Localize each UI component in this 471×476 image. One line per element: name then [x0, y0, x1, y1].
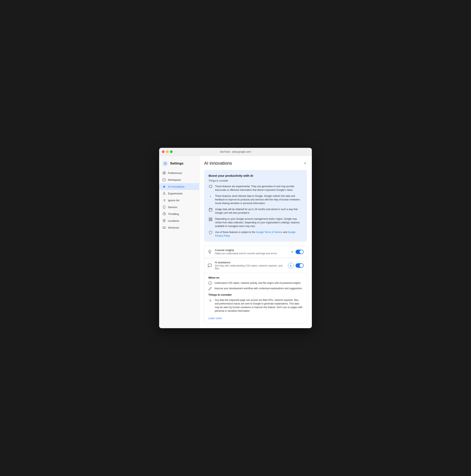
- list-icon: [162, 198, 166, 202]
- close-panel-button[interactable]: ×: [303, 161, 307, 166]
- ai-assistance-collapse-button[interactable]: ▲: [288, 263, 294, 268]
- device-icon: [162, 205, 166, 209]
- sidebar-item-label: Locations: [168, 219, 179, 222]
- main-header: AI innovations ×: [204, 161, 307, 166]
- titlebar: DevTools - www.google.com/: [159, 148, 312, 156]
- info-card: Boost your productivity with AI Things t…: [204, 170, 307, 242]
- brain-icon: [209, 185, 213, 189]
- console-insights-chevron-button[interactable]: ▾: [291, 249, 294, 254]
- ai-assistance-actions: ▲: [288, 263, 304, 268]
- things-to-consider-label: Things to consider: [208, 293, 303, 296]
- sidebar-item-label: Ignore list: [168, 199, 179, 202]
- svg-line-30: [211, 287, 212, 288]
- svg-rect-24: [211, 220, 212, 221]
- sidebar-item-label: Workspace: [168, 178, 181, 181]
- tos-link[interactable]: Google Terms of Service: [256, 231, 282, 234]
- shield-icon: [209, 231, 213, 235]
- sparkle-icon: [162, 185, 166, 188]
- sidebar-item-ignore-list[interactable]: Ignore list: [159, 197, 199, 204]
- info-item-text-1: These features are experimental. They us…: [215, 185, 303, 192]
- info-item-2: G These features send relevant data to G…: [209, 194, 303, 205]
- svg-point-10: [164, 220, 165, 221]
- sidebar-item-label: Experiments: [168, 192, 182, 195]
- devtools-window: DevTools - www.google.com/ Settings: [159, 148, 312, 328]
- console-insights-toggle[interactable]: [296, 250, 304, 254]
- when-on-text-1: Understand CSS styles, network activity,…: [214, 281, 301, 285]
- main-content: AI innovations × Boost your productivity…: [199, 156, 312, 328]
- sidebar-item-preferences[interactable]: Preferences: [159, 170, 199, 176]
- things-text-1: Any data the inspected page can access v…: [215, 298, 303, 313]
- info-item-1: These features are experimental. They us…: [209, 185, 303, 192]
- sidebar: Settings Preferences: [159, 156, 199, 328]
- svg-rect-23: [209, 220, 210, 221]
- info-card-subtitle: Things to consider: [209, 179, 303, 182]
- when-on-item-1: Understand CSS styles, network activity,…: [208, 281, 303, 285]
- sidebar-item-ai-innovations[interactable]: AI innovations: [159, 183, 199, 190]
- ai-assistance-name: AI assistance: [215, 261, 285, 264]
- console-insights-info: Console Insights Helps you understand an…: [215, 249, 288, 255]
- sidebar-item-shortcuts[interactable]: Shortcuts: [159, 224, 199, 231]
- grid-icon: [209, 217, 213, 221]
- sidebar-nav: Preferences Workspace: [159, 170, 199, 231]
- sidebar-title: Settings: [170, 161, 183, 166]
- ai-assistance-row: AI assistance Get help with understandin…: [204, 258, 307, 273]
- ai-assistance-info: AI assistance Get help with understandin…: [215, 261, 285, 270]
- ai-assistance-toggle[interactable]: [296, 263, 304, 268]
- sidebar-item-throttling[interactable]: Throttling: [159, 210, 199, 217]
- sidebar-item-label: Preferences: [168, 171, 182, 174]
- lightbulb-icon: [208, 250, 212, 254]
- settings-logo-icon: [162, 161, 168, 166]
- info-item-text-5: Use of these features is subject to the …: [215, 230, 303, 238]
- sidebar-item-experiments[interactable]: Experiments: [159, 190, 199, 197]
- console-insights-desc: Helps you understand and fix console war…: [215, 252, 288, 255]
- when-on-item-2: Improve your development workflow with c…: [208, 287, 303, 290]
- sidebar-item-workspace[interactable]: Workspace: [159, 176, 199, 183]
- sidebar-item-locations[interactable]: Locations: [159, 217, 199, 224]
- titlebar-buttons: [162, 151, 173, 153]
- learn-more-link[interactable]: Learn more: [208, 317, 222, 320]
- window-body: Settings Preferences: [159, 156, 312, 328]
- console-insights-row: Console Insights Helps you understand an…: [204, 246, 307, 258]
- sidebar-item-label: AI innovations: [168, 185, 184, 188]
- svg-rect-11: [163, 227, 165, 228]
- svg-rect-22: [211, 218, 212, 219]
- minimize-button[interactable]: [166, 151, 169, 153]
- info-item-text-4: Depending on your Google account managem…: [215, 217, 303, 228]
- svg-point-1: [164, 172, 165, 173]
- info-circle-icon: [208, 281, 212, 285]
- info-item-4: Depending on your Google account managem…: [209, 217, 303, 228]
- pin-icon: [162, 219, 166, 222]
- privacy-link[interactable]: Google Privacy Policy: [215, 231, 296, 237]
- when-on-text-2: Improve your development workflow with c…: [214, 287, 302, 290]
- svg-point-0: [164, 162, 166, 164]
- ai-assist-icon: [208, 263, 212, 268]
- google-icon-2: G: [208, 298, 212, 303]
- info-item-text-3: Usage data will be retained for up to 18…: [215, 207, 303, 215]
- svg-rect-21: [209, 218, 210, 219]
- page-title: AI innovations: [204, 161, 232, 166]
- pencil-icon: [208, 287, 212, 290]
- info-item-5: Use of these features is subject to the …: [209, 230, 303, 238]
- gauge-icon: [162, 212, 166, 216]
- when-on-items: Understand CSS styles, network activity,…: [208, 281, 303, 290]
- sidebar-item-label: Shortcuts: [168, 226, 179, 229]
- flask-icon: [162, 192, 166, 195]
- close-button[interactable]: [162, 151, 165, 153]
- google-icon-1: G: [209, 194, 213, 198]
- keyboard-icon: [162, 226, 166, 229]
- calendar-icon: [209, 208, 213, 212]
- maximize-button[interactable]: [170, 151, 173, 153]
- when-on-label: When on: [208, 276, 303, 279]
- things-items: G Any data the inspected page can access…: [208, 298, 303, 313]
- info-item-text-2: These features send relevant data to Goo…: [215, 194, 303, 205]
- sidebar-item-devices[interactable]: Devices: [159, 204, 199, 210]
- info-items-list: These features are experimental. They us…: [209, 185, 303, 238]
- console-insights-name: Console Insights: [215, 249, 288, 252]
- sidebar-item-label: Devices: [168, 206, 177, 209]
- gear-icon: [162, 171, 166, 175]
- svg-rect-17: [209, 208, 212, 211]
- ai-assistance-expanded: When on Understand CSS styles, network a…: [204, 273, 307, 323]
- info-item-3: Usage data will be retained for up to 18…: [209, 207, 303, 215]
- console-insights-actions: ▾: [291, 249, 304, 254]
- things-item-1: G Any data the inspected page can access…: [208, 298, 303, 313]
